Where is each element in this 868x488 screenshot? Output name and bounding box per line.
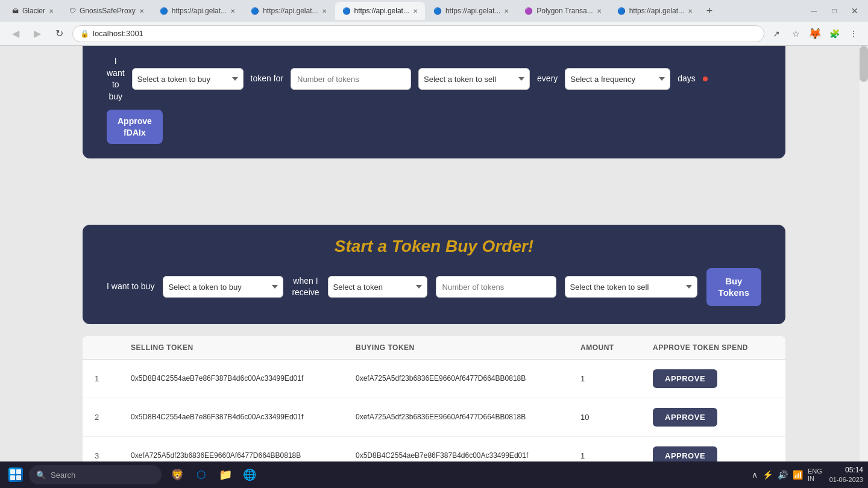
tab-gnosis[interactable]: 🛡 GnosisSafeProxy ✕ [62,2,151,20]
table-row: 1 0x5D8B4C2554aeB7e86F387B4d6c00Ac33499E… [83,360,785,398]
minimize-button[interactable]: ─ [805,2,822,19]
tab-close-api3[interactable]: ✕ [413,8,418,14]
tab-api2[interactable]: 🔵 https://api.gelat... ✕ [244,2,333,20]
tab-close-api5[interactable]: ✕ [688,8,693,14]
bookmark-icon[interactable]: ☆ [788,27,803,41]
table-cell-selling-1: 0x5D8B4C2554aeB7e86F387B4d6c00Ac33499Ed0… [131,374,356,383]
search-label: Search [51,471,75,480]
tab-favicon-api1: 🔵 [160,7,168,15]
number-of-tokens-input-order[interactable] [436,276,556,298]
number-of-tokens-input-top[interactable] [291,68,411,90]
tab-label-api2: https://api.gelat... [263,7,318,15]
menu-icon[interactable]: ⋮ [846,27,861,41]
table-cell-approve-1: APPROVE [653,369,773,388]
tab-close-glacier[interactable]: ✕ [49,8,54,14]
windows-logo-icon [8,468,23,482]
token-buy-dropdown-order[interactable]: Select a token to buy [163,276,283,298]
explorer-icon: 📁 [219,468,232,481]
tab-close-api1[interactable]: ✕ [230,8,235,14]
address-bar[interactable]: 🔒 localhost:3001 [72,25,764,42]
tab-close-polygon[interactable]: ✕ [597,8,602,14]
tab-favicon-polygon: 🟣 [524,7,533,15]
refresh-button[interactable]: ↻ [51,25,68,42]
browser-chrome: 🏔 Glacier ✕ 🛡 GnosisSafeProxy ✕ 🔵 https:… [0,0,868,46]
table-cell-amount-1: 1 [580,374,653,383]
taskbar-app-explorer[interactable]: 📁 [215,464,236,486]
chevron-up-icon[interactable]: ∧ [752,470,758,480]
tab-close-api4[interactable]: ✕ [504,8,509,14]
error-indicator [703,77,708,81]
approve-button-2[interactable]: APPROVE [653,408,717,427]
buy-tokens-button[interactable]: Buy Tokens [706,268,761,306]
order-panel: Start a Token Buy Order! I want to buy S… [83,225,785,324]
sell-token-dropdown-order[interactable]: Select the token to sell [565,276,697,298]
maximize-button[interactable]: □ [826,2,843,19]
taskbar-app-chrome[interactable]: 🌐 [239,464,260,486]
table-cell-num-2: 2 [95,413,131,422]
tab-close-gnosis[interactable]: ✕ [139,8,144,14]
taskbar-app-vscode[interactable]: ⬡ [190,464,212,486]
extensions-icon[interactable]: 🧩 [827,27,841,41]
table-header-amount: AMOUNT [580,343,653,352]
taskbar-time-display[interactable]: 05:14 01-06-2023 [829,465,863,484]
table-header-selling: SELLING TOKEN [131,343,356,352]
table-cell-buying-3: 0x5D8B4C2554aeB7e86F387B4d6c00Ac33499Ed0… [356,451,580,460]
tab-api1[interactable]: 🔵 https://api.gelat... ✕ [153,2,242,20]
taskbar-sys-icons: ∧ ⚡ 🔊 📶 ENG IN [752,468,822,482]
tab-glacier[interactable]: 🏔 Glacier ✕ [5,2,61,20]
bluetooth-icon[interactable]: ⚡ [763,470,773,480]
nav-bar: ◀ ▶ ↻ 🔒 localhost:3001 ↗ ☆ 🦊 🧩 ⋮ [0,22,868,46]
approve-button-1[interactable]: APPROVE [653,369,717,388]
table-cell-buying-1: 0xefA725A5df23b6836EE9660Af6477D664BB081… [356,374,580,383]
forward-button[interactable]: ▶ [29,25,46,42]
tab-api3[interactable]: 🔵 https://api.gelat... ✕ [335,2,425,20]
wifi-icon[interactable]: 📶 [793,470,803,480]
tab-close-api2[interactable]: ✕ [322,8,327,14]
time-label: 05:14 [829,465,863,475]
taskbar-search-bar[interactable]: 🔍 Search [29,465,162,484]
scrollbar-thumb[interactable] [860,46,868,82]
table-cell-selling-3: 0xefA725A5df23b6836EE9660Af6477D664BB081… [131,451,356,460]
taskbar-app-brave[interactable]: 🦁 [166,464,188,486]
close-button[interactable]: ✕ [846,2,863,19]
scrollbar-track[interactable] [860,46,868,461]
table-header: SELLING TOKEN BUYING TOKEN AMOUNT APPROV… [83,336,785,360]
top-form: Iwanttobuy Select a token to buy token f… [107,55,761,144]
tab-label-api3: https://api.gelat... [354,7,409,15]
order-form: I want to buy Select a token to buy when… [107,268,761,306]
tab-label-api5: https://api.gelat... [629,7,684,15]
tab-label-api1: https://api.gelat... [172,7,227,15]
profile-share-icon[interactable]: ↗ [769,27,784,41]
tab-label-api4: https://api.gelat... [445,7,500,15]
lock-icon: 🔒 [80,30,89,38]
new-tab-button[interactable]: + [701,2,718,19]
frequency-dropdown[interactable]: Select a frequency [565,68,670,90]
table-header-buying: BUYING TOKEN [356,343,580,352]
when-i-receive-label: when Ireceive [292,275,319,299]
order-panel-title: Start a Token Buy Order! [107,237,761,256]
approve-fdaix-button[interactable]: Approve fDAIx [107,110,163,143]
back-button[interactable]: ◀ [7,25,24,42]
tab-api4[interactable]: 🔵 https://api.gelat... ✕ [426,2,516,20]
start-button[interactable] [5,464,27,486]
table-cell-selling-2: 0x5D8B4C2554aeB7e86F387B4d6c00Ac33499Ed0… [131,413,356,421]
language-label: ENG IN [808,468,822,482]
receive-token-dropdown[interactable]: Select a token [328,276,427,298]
search-icon: 🔍 [36,471,46,480]
token-buy-dropdown-top[interactable]: Select a token to buy [132,68,244,90]
days-label: days [678,73,696,85]
date-label: 01-06-2023 [829,475,863,484]
i-want-to-buy-label: Iwanttobuy [107,55,125,102]
top-panel: Iwanttobuy Select a token to buy token f… [83,46,785,158]
tab-polygon[interactable]: 🟣 Polygon Transa... ✕ [517,2,608,20]
metamask-icon[interactable]: 🦊 [808,27,822,41]
every-label: every [537,73,558,85]
speaker-icon[interactable]: 🔊 [778,470,788,480]
brave-icon: 🦁 [171,468,184,481]
tab-favicon-api2: 🔵 [251,7,259,15]
tab-favicon-api3: 🔵 [342,7,351,15]
tab-api5[interactable]: 🔵 https://api.gelat... ✕ [610,2,700,20]
token-for-label: token for [251,73,283,85]
table-row: 2 0x5D8B4C2554aeB7e86F387B4d6c00Ac33499E… [83,398,785,437]
token-sell-dropdown-top[interactable]: Select a token to sell [418,68,530,90]
